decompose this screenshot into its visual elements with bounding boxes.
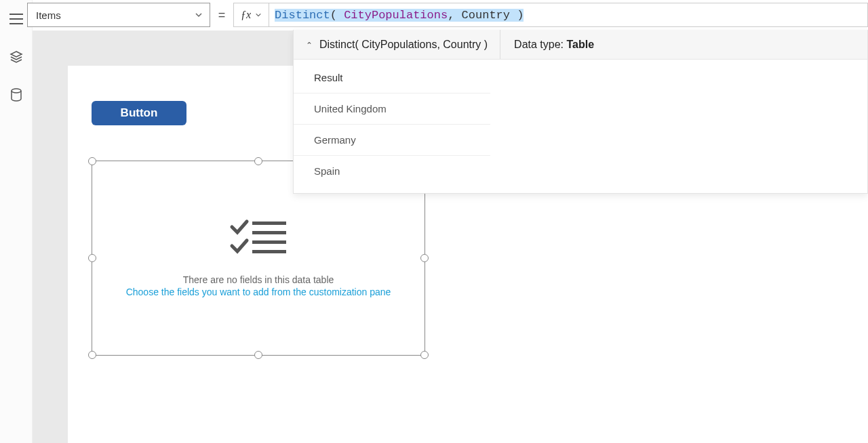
resize-handle[interactable] <box>88 254 96 262</box>
datatype-label: Data type: Table <box>500 39 608 51</box>
resize-handle[interactable] <box>88 157 96 165</box>
resize-handle[interactable] <box>254 351 262 359</box>
layers-icon[interactable] <box>9 50 23 64</box>
database-icon[interactable] <box>9 88 23 102</box>
empty-message-link[interactable]: Choose the fields you want to add from t… <box>126 287 391 297</box>
fx-icon: ƒx <box>241 9 251 21</box>
datatype-label-text: Data type: <box>514 39 566 50</box>
formula-token: ( <box>330 9 344 22</box>
resize-handle[interactable] <box>420 351 429 359</box>
formula-token: ) <box>510 9 524 22</box>
button-control[interactable]: Button <box>92 101 186 125</box>
chevron-down-icon <box>255 12 262 18</box>
svg-rect-1 <box>252 222 286 225</box>
chevron-down-icon <box>195 9 203 21</box>
resize-handle[interactable] <box>254 157 262 165</box>
svg-rect-4 <box>252 250 286 253</box>
hamburger-icon[interactable] <box>9 12 23 26</box>
svg-rect-2 <box>252 231 286 234</box>
formula-result-panel: ⌄ Distinct( CityPopulations, Country ) D… <box>293 30 868 194</box>
formula-token-fn: Distinct <box>275 9 330 22</box>
result-header: Result <box>294 62 490 93</box>
result-row[interactable]: United Kingdom <box>294 93 490 125</box>
property-dropdown[interactable]: Items <box>27 3 210 27</box>
formula-signature[interactable]: ⌄ Distinct( CityPopulations, Country ) <box>294 30 500 59</box>
svg-rect-3 <box>252 240 286 244</box>
formula-token-arg: Country <box>462 9 510 22</box>
datatype-value: Table <box>566 39 594 50</box>
formula-bar: Items = ƒx Distinct( CityPopulations, Co… <box>27 0 868 30</box>
result-row[interactable]: Spain <box>294 156 490 186</box>
formula-token-arg: CityPopulations <box>344 9 448 22</box>
formula-token: , <box>448 9 461 22</box>
fx-button[interactable]: ƒx <box>233 3 269 27</box>
svg-point-0 <box>12 89 21 93</box>
equals-label: = <box>210 8 233 22</box>
resize-handle[interactable] <box>88 351 96 359</box>
left-rail <box>0 0 33 443</box>
formula-result-header: ⌄ Distinct( CityPopulations, Country ) D… <box>294 30 867 60</box>
empty-message: There are no fields in this data table <box>183 274 334 285</box>
property-dropdown-value: Items <box>36 9 61 21</box>
result-row[interactable]: Germany <box>294 125 490 156</box>
formula-signature-text: Distinct( CityPopulations, Country ) <box>319 39 488 51</box>
result-list: Result United Kingdom Germany Spain <box>294 60 490 193</box>
chevron-up-icon: ⌄ <box>306 40 313 49</box>
checklist-icon <box>228 219 289 262</box>
resize-handle[interactable] <box>420 254 429 262</box>
formula-input[interactable]: Distinct( CityPopulations, Country ) <box>269 3 868 27</box>
